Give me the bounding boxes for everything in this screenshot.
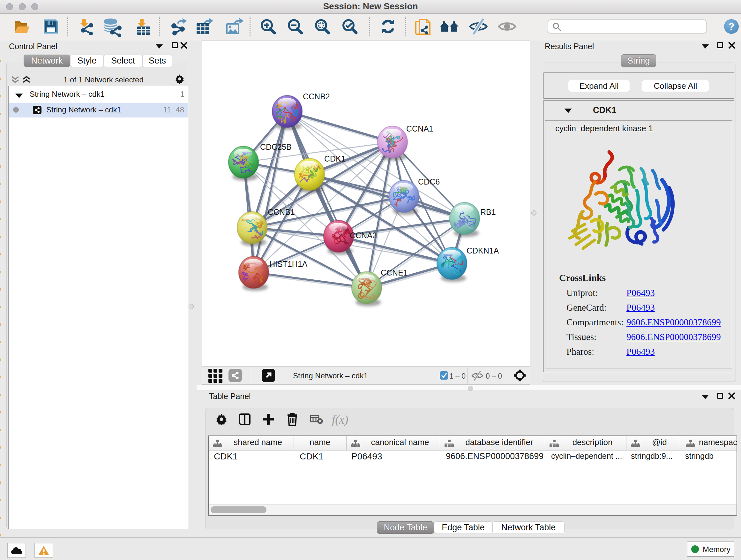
- svg-text:CCNA2: CCNA2: [350, 231, 377, 240]
- svg-text:CCNB2: CCNB2: [303, 92, 330, 101]
- svg-text:HIST1H1A: HIST1H1A: [269, 260, 308, 268]
- svg-text:RB1: RB1: [480, 207, 496, 216]
- svg-text:CDC25B: CDC25B: [260, 142, 292, 151]
- svg-text:CDC6: CDC6: [418, 177, 440, 186]
- svg-text:CDK1: CDK1: [324, 154, 346, 163]
- svg-text:CCNE1: CCNE1: [381, 268, 408, 277]
- svg-text:CCNB1: CCNB1: [268, 207, 295, 216]
- svg-text:CCNA1: CCNA1: [406, 124, 433, 133]
- svg-text:CDKN1A: CDKN1A: [467, 246, 499, 255]
